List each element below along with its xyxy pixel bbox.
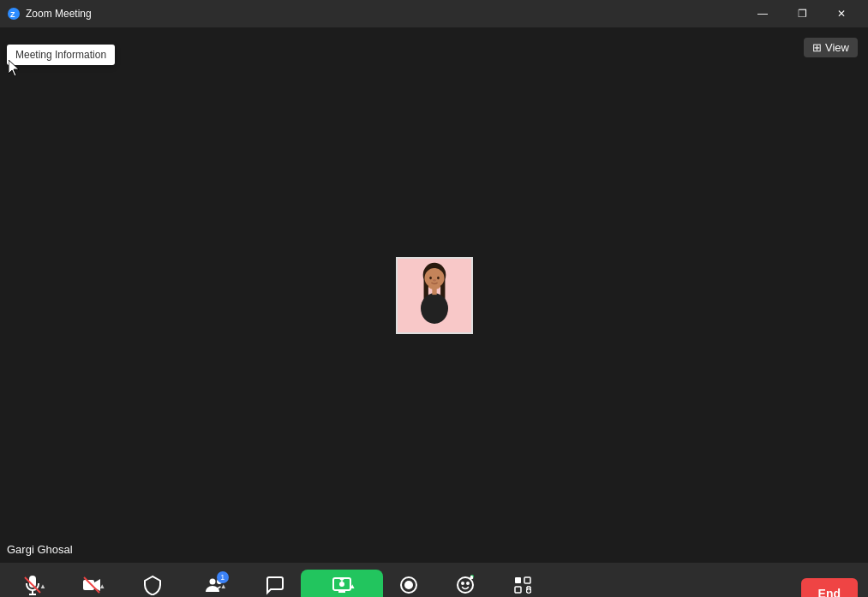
chat-button[interactable]: Chat [249,570,301,597]
participants-badge: 1 [217,571,229,583]
person-silhouette [400,261,469,330]
main-area: Meeting Information ⊞ View [0,27,868,563]
record-button[interactable]: Record [383,570,434,597]
window-title: Zoom Meeting [26,8,743,20]
participant-video [396,257,473,334]
svg-point-22 [339,582,344,587]
participants-button[interactable]: 1 ▲ Participants [180,570,249,597]
minimize-button[interactable]: — [743,0,782,27]
svg-point-29 [467,582,469,584]
svg-point-11 [421,293,448,324]
svg-rect-32 [515,577,521,583]
share-caret[interactable]: ▲ [349,583,356,590]
view-icon: ⊞ [812,41,822,54]
mute-caret[interactable]: ▲ [39,583,46,590]
record-icon [398,575,419,597]
chat-icon [265,575,285,597]
toolbar: ▲ Mute ▲ Start Video Security [0,563,868,597]
mute-icon: ▲ [22,575,43,597]
participant-name: Gargi Ghosal [7,543,73,556]
share-screen-icon: ▲ [332,575,352,597]
svg-text:Z: Z [10,10,15,19]
reactions-icon: + [455,575,476,597]
window-controls: — ❐ ✕ [743,0,861,27]
svg-point-7 [424,268,444,288]
svg-point-8 [429,276,432,279]
video-icon: ▲ [81,575,102,597]
svg-rect-33 [524,577,530,583]
svg-point-26 [404,581,413,589]
close-button[interactable]: ✕ [822,0,861,27]
svg-marker-2 [9,60,19,76]
svg-rect-34 [515,587,521,593]
security-icon [142,575,163,597]
title-bar: Z Zoom Meeting — ❐ ✕ [0,0,868,27]
svg-point-27 [458,577,473,593]
share-screen-button[interactable]: ▲ Share Screen [301,570,382,597]
reactions-button[interactable]: + Reactions [434,570,497,597]
restore-button[interactable]: ❐ [782,0,822,27]
security-button[interactable]: Security [125,570,180,597]
view-label: View [825,41,849,54]
meeting-info-label: Meeting Information [15,49,106,61]
meeting-info-tooltip[interactable]: Meeting Information [7,45,115,65]
svg-point-19 [209,579,215,585]
svg-point-28 [462,582,464,584]
svg-text:+: + [471,576,473,579]
mouse-cursor [9,60,22,77]
end-button[interactable]: End [801,578,858,597]
start-video-button[interactable]: ▲ Start Video [58,570,125,597]
participants-caret[interactable]: ▲ [220,583,227,590]
zoom-icon: Z [7,7,21,21]
svg-point-9 [437,276,440,279]
participants-icon: 1 ▲ [205,575,225,597]
svg-rect-12 [432,287,436,295]
view-button[interactable]: ⊞ View [804,38,858,57]
apps-button[interactable]: Apps [497,570,548,597]
mute-button[interactable]: ▲ Mute [7,570,58,597]
video-caret[interactable]: ▲ [99,583,105,590]
svg-point-10 [433,278,436,281]
apps-icon [512,575,533,597]
